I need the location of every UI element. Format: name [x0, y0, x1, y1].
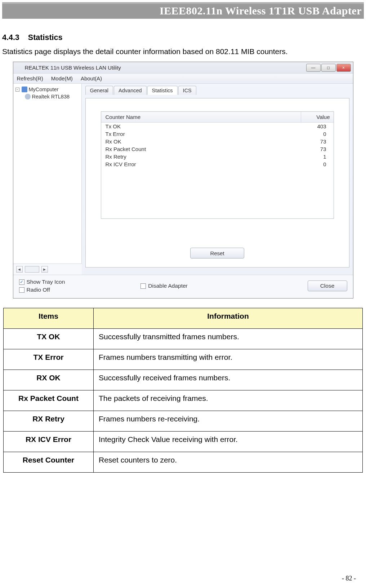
show-tray-checkbox[interactable]: ✓ Show Tray Icon: [19, 279, 65, 285]
statistics-list: Counter Name Value Tx OK 403 Tx Error: [101, 111, 334, 219]
section-heading: 4.4.3Statistics: [2, 33, 364, 42]
stat-value: 73: [297, 146, 329, 152]
stat-value: 73: [297, 138, 329, 145]
col-header-value[interactable]: Value: [301, 112, 334, 122]
table-row: RX OK Successfully received frames numbe…: [4, 370, 363, 390]
stat-value: 403: [297, 123, 329, 129]
bottom-bar: ✓ Show Tray Icon Radio Off Disable Adapt…: [13, 275, 353, 298]
info-cell: Frames numbers re-receiving.: [94, 411, 363, 432]
chevron-left-icon: ◄: [17, 267, 21, 271]
col-header-items: Items: [4, 308, 94, 329]
menu-about[interactable]: About(A): [81, 75, 102, 81]
maximize-icon: □: [327, 65, 330, 70]
table-row: RX Retry Frames numbers re-receiving.: [4, 411, 363, 432]
checkbox-label: Show Tray Icon: [27, 279, 65, 285]
document-header-title: IEEE802.11n Wireless 1T1R USB Adapter: [160, 5, 362, 17]
stats-row[interactable]: Rx Retry 1: [101, 153, 334, 160]
screenshot-window: REALTEK 11n USB Wireless LAN Utility — □…: [13, 62, 353, 299]
scroll-track[interactable]: [25, 266, 39, 273]
tab-strip: General Advanced Statistics ICS: [85, 86, 349, 95]
menu-bar: Refresh(R) Mode(M) About(A): [13, 74, 353, 84]
stats-row[interactable]: Rx Packet Count 73: [101, 145, 334, 153]
info-cell: Frames numbers transmitting with error.: [94, 349, 363, 370]
tab-statistics[interactable]: Statistics: [147, 86, 178, 95]
stats-row[interactable]: Rx ICV Error 0: [101, 160, 334, 168]
checkbox-icon: [140, 283, 146, 289]
tree-child-label: Realtek RTL838: [32, 94, 70, 100]
section-number: 4.4.3: [2, 33, 19, 42]
tree-root-label: MyComputer: [29, 87, 59, 92]
tree-scrollbar: ◄ ►: [13, 264, 82, 275]
item-cell: RX Retry: [4, 411, 94, 432]
col-header-name[interactable]: Counter Name: [101, 112, 301, 122]
disable-adapter-checkbox[interactable]: Disable Adapter: [140, 283, 187, 289]
computer-icon: [22, 87, 27, 92]
tree-root-item[interactable]: - MyComputer: [15, 86, 79, 93]
stat-name: Tx Error: [106, 131, 297, 137]
table-row: RX ICV Error Integrity Check Value recei…: [4, 432, 363, 452]
minimize-icon: —: [311, 65, 316, 70]
close-button-label: Close: [320, 283, 335, 289]
checkbox-label: Disable Adapter: [148, 283, 187, 289]
tree-child-item[interactable]: Realtek RTL838: [15, 93, 79, 100]
section-title: Statistics: [28, 33, 63, 42]
reset-button[interactable]: Reset: [190, 248, 244, 258]
item-cell: Rx Packet Count: [4, 390, 94, 411]
stat-value: 0: [297, 161, 329, 167]
tab-general[interactable]: General: [85, 86, 113, 95]
checkbox-icon: [19, 287, 24, 293]
adapter-icon: [25, 94, 31, 100]
table-header-row: Items Information: [4, 308, 363, 329]
window-title: REALTEK 11n USB Wireless LAN Utility: [25, 65, 306, 71]
stat-name: Rx Retry: [106, 154, 297, 160]
tree-toggle-icon[interactable]: -: [15, 88, 19, 92]
stat-name: Rx ICV Error: [106, 161, 297, 167]
stats-row[interactable]: Rx OK 73: [101, 138, 334, 145]
reset-button-label: Reset: [210, 250, 224, 256]
menu-refresh[interactable]: Refresh(R): [17, 75, 43, 81]
stat-value: 1: [297, 154, 329, 160]
stats-blank-area: [101, 168, 334, 218]
minimize-button[interactable]: —: [306, 64, 321, 72]
info-cell: Successfully transmitted frames numbers.: [94, 329, 363, 349]
item-cell: RX OK: [4, 370, 94, 390]
radio-off-checkbox[interactable]: Radio Off: [19, 287, 65, 293]
close-icon: ×: [342, 65, 345, 70]
page-number: - 82 -: [342, 575, 356, 582]
close-button[interactable]: Close: [308, 280, 347, 291]
section-intro: Statistics page displays the detail coun…: [2, 47, 364, 56]
app-icon: [15, 65, 22, 71]
menu-mode[interactable]: Mode(M): [51, 75, 73, 81]
stat-name: Rx Packet Count: [106, 146, 297, 152]
checkbox-label: Radio Off: [27, 287, 50, 293]
item-cell: Reset Counter: [4, 452, 94, 473]
window-titlebar: REALTEK 11n USB Wireless LAN Utility — □…: [13, 62, 353, 74]
stat-name: Rx OK: [106, 138, 297, 145]
stats-row[interactable]: Tx OK 403: [101, 123, 334, 130]
scroll-right-button[interactable]: ►: [41, 266, 48, 273]
tab-ics[interactable]: ICS: [178, 86, 196, 95]
device-tree: - MyComputer Realtek RTL838: [13, 84, 82, 264]
info-cell: Successfully received frames numbers.: [94, 370, 363, 390]
statistics-header: Counter Name Value: [101, 112, 334, 123]
maximize-button[interactable]: □: [321, 64, 336, 72]
window-close-button[interactable]: ×: [336, 64, 351, 72]
table-row: Reset Counter Reset counters to zero.: [4, 452, 363, 473]
scroll-left-button[interactable]: ◄: [16, 266, 23, 273]
checkbox-icon: ✓: [19, 279, 24, 285]
tab-advanced[interactable]: Advanced: [114, 86, 147, 95]
stat-name: Tx OK: [106, 123, 297, 129]
chevron-right-icon: ►: [43, 267, 46, 271]
info-cell: The packets of receiving frames.: [94, 390, 363, 411]
item-cell: TX OK: [4, 329, 94, 349]
table-row: Rx Packet Count The packets of receiving…: [4, 390, 363, 411]
col-header-information: Information: [94, 308, 363, 329]
document-header: IEEE802.11n Wireless 1T1R USB Adapter: [2, 2, 364, 19]
stats-row[interactable]: Tx Error 0: [101, 130, 334, 138]
item-cell: RX ICV Error: [4, 432, 94, 452]
stat-value: 0: [297, 131, 329, 137]
item-cell: TX Error: [4, 349, 94, 370]
table-row: TX OK Successfully transmitted frames nu…: [4, 329, 363, 349]
info-cell: Reset counters to zero.: [94, 452, 363, 473]
table-row: TX Error Frames numbers transmitting wit…: [4, 349, 363, 370]
